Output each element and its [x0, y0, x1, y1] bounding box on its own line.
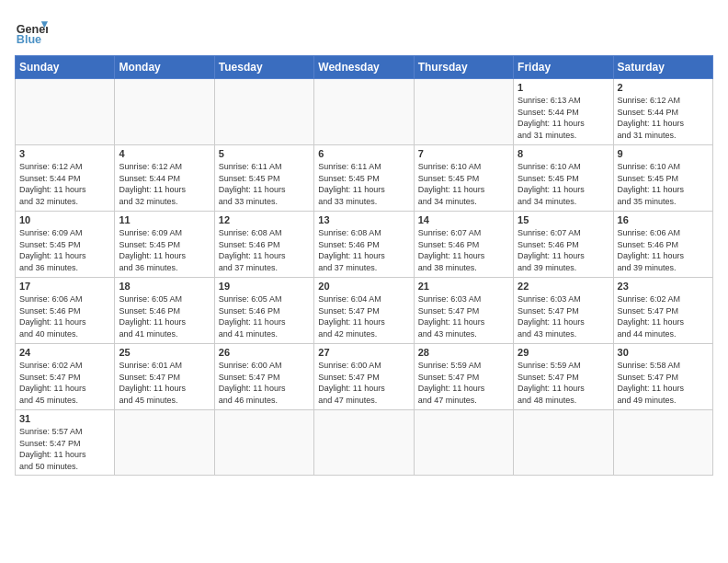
- cell-info: Sunrise: 6:08 AMSunset: 5:46 PMDaylight:…: [219, 227, 310, 273]
- calendar-cell: 13Sunrise: 6:08 AMSunset: 5:46 PMDayligh…: [314, 212, 414, 278]
- cell-info: Sunrise: 6:07 AMSunset: 5:46 PMDaylight:…: [518, 227, 609, 273]
- cell-info: Sunrise: 6:12 AMSunset: 5:44 PMDaylight:…: [119, 161, 210, 207]
- date-number: 18: [119, 281, 210, 292]
- date-number: 22: [518, 281, 609, 292]
- calendar-cell: [214, 79, 313, 145]
- calendar-cell: 12Sunrise: 6:08 AMSunset: 5:46 PMDayligh…: [214, 212, 313, 278]
- calendar-week-3: 10Sunrise: 6:09 AMSunset: 5:45 PMDayligh…: [16, 212, 713, 278]
- cell-info: Sunrise: 6:13 AMSunset: 5:44 PMDaylight:…: [518, 95, 609, 141]
- cell-info: Sunrise: 6:00 AMSunset: 5:47 PMDaylight:…: [318, 360, 409, 406]
- date-number: 4: [119, 148, 210, 159]
- cell-info: Sunrise: 6:12 AMSunset: 5:44 PMDaylight:…: [19, 161, 110, 207]
- day-header-friday: Friday: [514, 56, 613, 79]
- date-number: 24: [19, 347, 110, 358]
- calendar-week-5: 24Sunrise: 6:02 AMSunset: 5:47 PMDayligh…: [16, 344, 713, 410]
- date-number: 28: [418, 347, 509, 358]
- cell-info: Sunrise: 6:06 AMSunset: 5:46 PMDaylight:…: [618, 227, 709, 273]
- calendar-cell: [214, 410, 313, 476]
- cell-info: Sunrise: 6:04 AMSunset: 5:47 PMDaylight:…: [318, 293, 409, 339]
- calendar-cell: 19Sunrise: 6:05 AMSunset: 5:46 PMDayligh…: [214, 278, 313, 344]
- calendar-cell: 15Sunrise: 6:07 AMSunset: 5:46 PMDayligh…: [514, 212, 613, 278]
- calendar-cell: [414, 79, 513, 145]
- calendar-cell: 23Sunrise: 6:02 AMSunset: 5:47 PMDayligh…: [613, 278, 712, 344]
- cell-info: Sunrise: 6:03 AMSunset: 5:47 PMDaylight:…: [418, 293, 509, 339]
- logo-icon: General Blue: [15, 15, 48, 48]
- cell-info: Sunrise: 6:10 AMSunset: 5:45 PMDaylight:…: [518, 161, 609, 207]
- calendar-cell: 4Sunrise: 6:12 AMSunset: 5:44 PMDaylight…: [115, 145, 214, 212]
- calendar-cell: 22Sunrise: 6:03 AMSunset: 5:47 PMDayligh…: [514, 278, 613, 344]
- calendar-cell: 6Sunrise: 6:11 AMSunset: 5:45 PMDaylight…: [314, 145, 414, 212]
- date-number: 5: [219, 148, 310, 159]
- cell-info: Sunrise: 6:11 AMSunset: 5:45 PMDaylight:…: [318, 161, 409, 207]
- day-header-thursday: Thursday: [414, 56, 513, 79]
- date-number: 2: [618, 82, 709, 93]
- day-header-monday: Monday: [115, 56, 214, 79]
- date-number: 31: [19, 413, 110, 424]
- calendar-cell: 11Sunrise: 6:09 AMSunset: 5:45 PMDayligh…: [115, 212, 214, 278]
- calendar-week-6: 31Sunrise: 5:57 AMSunset: 5:47 PMDayligh…: [16, 410, 713, 476]
- cell-info: Sunrise: 6:01 AMSunset: 5:47 PMDaylight:…: [119, 360, 210, 406]
- calendar-cell: 5Sunrise: 6:11 AMSunset: 5:45 PMDaylight…: [214, 145, 313, 212]
- calendar-cell: 16Sunrise: 6:06 AMSunset: 5:46 PMDayligh…: [613, 212, 712, 278]
- date-number: 15: [518, 214, 609, 225]
- calendar-cell: 7Sunrise: 6:10 AMSunset: 5:45 PMDaylight…: [414, 145, 513, 212]
- calendar-cell: 8Sunrise: 6:10 AMSunset: 5:45 PMDaylight…: [514, 145, 613, 212]
- calendar-cell: 3Sunrise: 6:12 AMSunset: 5:44 PMDaylight…: [16, 145, 115, 212]
- date-number: 17: [19, 281, 110, 292]
- cell-info: Sunrise: 6:06 AMSunset: 5:46 PMDaylight:…: [19, 293, 110, 339]
- day-header-row: SundayMondayTuesdayWednesdayThursdayFrid…: [16, 56, 713, 79]
- calendar-cell: 24Sunrise: 6:02 AMSunset: 5:47 PMDayligh…: [16, 344, 115, 410]
- cell-info: Sunrise: 6:11 AMSunset: 5:45 PMDaylight:…: [219, 161, 310, 207]
- calendar-cell: 2Sunrise: 6:12 AMSunset: 5:44 PMDaylight…: [613, 79, 712, 145]
- calendar-cell: [613, 410, 712, 476]
- date-number: 12: [219, 214, 310, 225]
- date-number: 10: [19, 214, 110, 225]
- calendar-cell: 27Sunrise: 6:00 AMSunset: 5:47 PMDayligh…: [314, 344, 414, 410]
- calendar-cell: 25Sunrise: 6:01 AMSunset: 5:47 PMDayligh…: [115, 344, 214, 410]
- date-number: 27: [318, 347, 409, 358]
- page-container: General Blue SundayMondayTuesdayWednesda…: [15, 15, 713, 476]
- cell-info: Sunrise: 5:57 AMSunset: 5:47 PMDaylight:…: [19, 426, 110, 472]
- date-number: 1: [518, 82, 609, 93]
- cell-info: Sunrise: 5:59 AMSunset: 5:47 PMDaylight:…: [418, 360, 509, 406]
- calendar-cell: 9Sunrise: 6:10 AMSunset: 5:45 PMDaylight…: [613, 145, 712, 212]
- date-number: 13: [318, 214, 409, 225]
- calendar-cell: 28Sunrise: 5:59 AMSunset: 5:47 PMDayligh…: [414, 344, 513, 410]
- calendar-cell: 26Sunrise: 6:00 AMSunset: 5:47 PMDayligh…: [214, 344, 313, 410]
- cell-info: Sunrise: 5:59 AMSunset: 5:47 PMDaylight:…: [518, 360, 609, 406]
- day-header-tuesday: Tuesday: [214, 56, 313, 79]
- calendar-cell: [16, 79, 115, 145]
- date-number: 6: [318, 148, 409, 159]
- cell-info: Sunrise: 6:02 AMSunset: 5:47 PMDaylight:…: [19, 360, 110, 406]
- date-number: 21: [418, 281, 509, 292]
- cell-info: Sunrise: 6:05 AMSunset: 5:46 PMDaylight:…: [119, 293, 210, 339]
- cell-info: Sunrise: 6:02 AMSunset: 5:47 PMDaylight:…: [618, 293, 709, 339]
- date-number: 3: [19, 148, 110, 159]
- calendar-week-2: 3Sunrise: 6:12 AMSunset: 5:44 PMDaylight…: [16, 145, 713, 212]
- day-header-wednesday: Wednesday: [314, 56, 414, 79]
- svg-text:Blue: Blue: [17, 33, 41, 46]
- date-number: 11: [119, 214, 210, 225]
- calendar-cell: [414, 410, 513, 476]
- day-header-sunday: Sunday: [16, 56, 115, 79]
- cell-info: Sunrise: 6:03 AMSunset: 5:47 PMDaylight:…: [518, 293, 609, 339]
- date-number: 9: [618, 148, 709, 159]
- calendar-cell: 17Sunrise: 6:06 AMSunset: 5:46 PMDayligh…: [16, 278, 115, 344]
- cell-info: Sunrise: 6:00 AMSunset: 5:47 PMDaylight:…: [219, 360, 310, 406]
- date-number: 23: [618, 281, 709, 292]
- calendar-cell: [314, 79, 414, 145]
- date-number: 25: [119, 347, 210, 358]
- calendar-cell: [115, 410, 214, 476]
- calendar-cell: [115, 79, 214, 145]
- date-number: 16: [618, 214, 709, 225]
- logo: General Blue: [15, 15, 48, 48]
- cell-info: Sunrise: 6:08 AMSunset: 5:46 PMDaylight:…: [318, 227, 409, 273]
- calendar-week-4: 17Sunrise: 6:06 AMSunset: 5:46 PMDayligh…: [16, 278, 713, 344]
- date-number: 30: [618, 347, 709, 358]
- header: General Blue: [15, 15, 713, 48]
- calendar-cell: 30Sunrise: 5:58 AMSunset: 5:47 PMDayligh…: [613, 344, 712, 410]
- calendar-cell: 31Sunrise: 5:57 AMSunset: 5:47 PMDayligh…: [16, 410, 115, 476]
- calendar-cell: 18Sunrise: 6:05 AMSunset: 5:46 PMDayligh…: [115, 278, 214, 344]
- calendar-cell: 20Sunrise: 6:04 AMSunset: 5:47 PMDayligh…: [314, 278, 414, 344]
- calendar-cell: 10Sunrise: 6:09 AMSunset: 5:45 PMDayligh…: [16, 212, 115, 278]
